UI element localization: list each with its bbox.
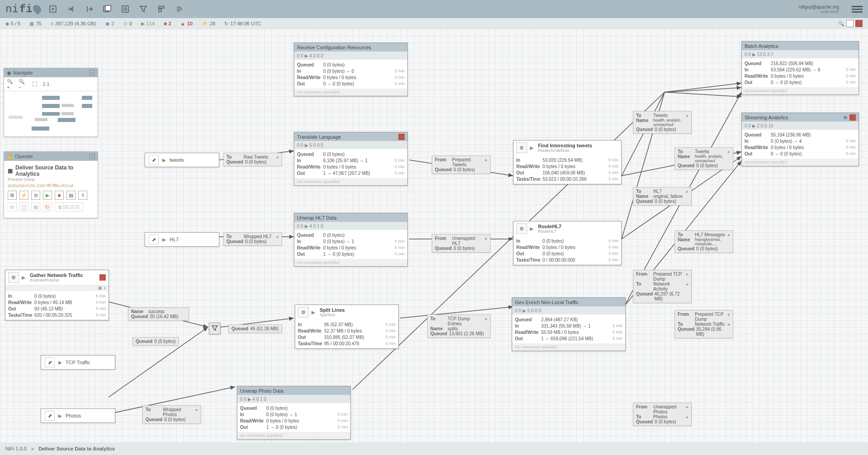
conn-tcp-dump[interactable]: ToTCP Dump Entries▸ Namesplits Queued13,… — [427, 314, 491, 338]
collapse-icon[interactable]: − — [90, 70, 95, 75]
pg-batch-analytics[interactable]: Batch Analytics 0 0 ▶ 13 0 3 7 Queued216… — [741, 41, 859, 95]
chevron-right-icon[interactable]: ▸ — [686, 414, 689, 419]
configure-button[interactable]: ⚙ — [8, 191, 17, 200]
add-processor-icon[interactable] — [48, 4, 58, 14]
upload-template-button[interactable]: ⇧ — [78, 191, 87, 200]
chevron-right-icon[interactable]: ▸ — [686, 272, 689, 281]
pg-geo-enrich[interactable]: Geo Enrich Non-Local Traffic 0 0 ▶ 5 0 0… — [512, 297, 626, 351]
start-button[interactable]: ▶ — [43, 191, 52, 200]
conn-wrapped-hl7[interactable]: ToWrapped HL7▸ Queued0 (0 bytes) — [223, 232, 282, 246]
pg-title: Translate Language — [297, 134, 341, 140]
logout-link[interactable]: LOG OUT — [799, 9, 839, 14]
pg-in: 0 (0 bytes) → 1 — [266, 412, 338, 417]
pg-title: Unwrap HL7 Data — [297, 215, 336, 220]
chevron-right-icon[interactable]: ▸ — [196, 407, 198, 417]
zoom-in-icon[interactable]: 🔍+ — [7, 80, 15, 88]
proc-out: 106,040 (459.08 MB) — [542, 170, 609, 175]
conn-prepared-tweets[interactable]: FromPrepared Tweets▸ Queued0 (0 bytes) — [432, 155, 491, 174]
conn-to-hl7-msg[interactable]: ToHL7 Messages▸ Namehypoglycemia, metabo… — [675, 230, 733, 253]
chevron-right-icon[interactable]: ▸ — [485, 157, 487, 167]
pg-unwrap-hl7[interactable]: Unwrap HL7 Data 0 0 ▶ 4 0 1 0 Queued0 (0… — [294, 213, 408, 267]
pg-translate-language[interactable]: Translate Language 0 0 ▶ 5 0 0 0 Queued0… — [294, 132, 408, 186]
stop-button[interactable]: ■ — [55, 191, 64, 200]
breadcrumb-current[interactable]: Deliver Source Data to Analytics — [38, 446, 115, 451]
proc-route-hl7[interactable]: ⚙ ▶ RouteHL7RouteHL7 In0 (0 bytes)5 min … — [513, 221, 622, 265]
conn-tcp-prep2[interactable]: FromPrepared TCP Dump▸ ToNetwork Traffic… — [675, 310, 733, 338]
bulletin-icon[interactable] — [849, 114, 856, 121]
search-icon[interactable]: 🔍 — [838, 21, 844, 27]
stopped-count: 2 — [169, 21, 171, 26]
disabled-count: 28 — [210, 21, 215, 26]
collapse-icon[interactable]: − — [90, 154, 95, 159]
input-port-hl7[interactable]: ⬈ ▶ HL7 — [145, 232, 219, 247]
pg-comments: No comments specified — [294, 259, 407, 266]
add-remote-group-icon[interactable] — [120, 4, 130, 14]
input-port-tweets[interactable]: ⬈ ▶ tweets — [145, 153, 219, 167]
chevron-right-icon[interactable]: ▸ — [728, 322, 730, 327]
bulletin-icon[interactable] — [99, 274, 106, 281]
enable-button[interactable]: ⚡ — [19, 191, 28, 200]
add-funnel-icon[interactable] — [138, 4, 148, 14]
input-port-icon: ⬈ — [149, 235, 159, 244]
chevron-right-icon[interactable]: ▸ — [686, 404, 689, 414]
chevron-right-icon[interactable]: ▸ — [728, 312, 730, 322]
funnel[interactable] — [209, 323, 221, 334]
conn-funnel-out[interactable]: Queued49 (51.26 MB) — [228, 324, 282, 333]
conn-funnel-out2[interactable]: Queued0 (0 bytes) — [132, 337, 179, 346]
proc-gather-network[interactable]: ⚙ ▶ Gather Network TrafficExecuteProcess… — [5, 270, 109, 320]
chevron-right-icon[interactable]: ▸ — [686, 189, 689, 194]
conn-to-tweets2[interactable]: ToTweets▸ Namehealth, analytic, unmatche… — [675, 147, 733, 170]
zoom-fit-icon[interactable]: ⛶ — [30, 80, 38, 88]
conn-success[interactable]: Namesuccess Queued20 (16.42 MB) — [128, 307, 189, 321]
pg-streaming-analytics[interactable]: Streaming Analytics◉ 0 0 ▶ 2 0 0 15 Queu… — [741, 113, 859, 166]
svg-point-4 — [124, 8, 127, 10]
proc-title: Gather Network Traffic — [30, 272, 97, 278]
birdseye-view[interactable] — [4, 91, 98, 136]
conn-unwrapped-hl7[interactable]: FromUnwrapped HL7▸ Queued0 (0 bytes) — [432, 234, 491, 253]
conn-raw-tweets[interactable]: ToRaw Tweets▸ Queued0 (0 bytes) — [223, 153, 282, 166]
chevron-right-icon[interactable]: ▸ — [686, 113, 689, 118]
add-label-icon[interactable] — [175, 4, 184, 14]
search-input[interactable] — [846, 20, 854, 27]
pg-receive-config[interactable]: Receive Configuration Resources 0 0 ▶ 4 … — [294, 42, 408, 96]
template-button[interactable]: ▤ — [66, 191, 75, 200]
zoom-out-icon[interactable]: 🔍− — [19, 80, 27, 88]
chevron-right-icon[interactable]: ▸ — [728, 232, 730, 237]
conn-to-hl7[interactable]: ToHL7▸ Nameoriginal, failure Queued0 (0 … — [633, 187, 692, 206]
bulletin-board-icon[interactable] — [855, 20, 863, 27]
conn-wrapped-photos[interactable]: ToWrapped Photos▸ Queued0 (0 bytes) — [142, 405, 201, 424]
chevron-right-icon[interactable]: ▸ — [728, 149, 730, 154]
conn-to-tweets[interactable]: ToTweets▸ Namehealth, analytic, unmatche… — [633, 111, 692, 134]
conn-tcp-prep[interactable]: FromPrepared TCP Dump▸ ToNetwork Activit… — [633, 270, 692, 303]
pg-rw: 0 bytes / 0 bytes — [323, 164, 395, 169]
chevron-right-icon[interactable]: ▸ — [485, 236, 487, 246]
global-menu-icon[interactable] — [852, 6, 863, 13]
conn-unwrap-photos[interactable]: FromUnwrapped Photos▸ ToPhotos▸ Queued0 … — [633, 403, 692, 426]
add-process-group-icon[interactable] — [102, 4, 112, 14]
proc-find-tweets[interactable]: ⚙ ▶ Find Interesting tweetsRouteOnAttrib… — [513, 140, 622, 184]
pg-status: 0 0 ▶ 5 0 0 0 — [515, 308, 541, 313]
chevron-right-icon[interactable]: ▸ — [485, 316, 487, 326]
chevron-right-icon[interactable]: ▸ — [686, 281, 689, 291]
proc-title: RouteHL7 — [538, 224, 618, 229]
processor-icon: ⚙ — [516, 223, 527, 234]
chevron-right-icon[interactable]: ▸ — [277, 155, 279, 159]
flow-canvas[interactable]: ◉Navigate− 🔍+ 🔍− ⛶ 1:1 ✋Ope — [0, 29, 868, 442]
pg-rw: 0 bytes / 0 bytes — [323, 75, 395, 80]
running-icon: ▶ — [530, 145, 533, 151]
zoom-actual-icon[interactable]: 1:1 — [42, 80, 50, 88]
input-port-photos[interactable]: ⬈ ▶ Photos — [41, 408, 115, 423]
disable-button[interactable]: ⊘ — [31, 191, 40, 200]
input-port-tcp[interactable]: ⬈ ▶ TCP Traffic — [41, 355, 115, 370]
pg-queued: 55,184 (236.96 MB) — [771, 132, 856, 137]
proc-split-lines[interactable]: ⚙ ▶ Split LinesSplitText In95 (52.37 MB)… — [295, 305, 399, 349]
add-template-icon[interactable] — [156, 4, 166, 14]
pg-unwrap-photo[interactable]: Unwrap Photo Data 0 0 ▶ 4 0 1 0 Queued0 … — [237, 386, 351, 440]
proc-rw: 0 bytes / 0 bytes — [542, 164, 609, 169]
chevron-right-icon[interactable]: ▸ — [277, 234, 279, 239]
add-input-port-icon[interactable] — [66, 4, 76, 14]
group-button: ▦ — [31, 202, 40, 211]
add-output-port-icon[interactable] — [84, 4, 94, 14]
bulletin-icon[interactable] — [398, 134, 405, 140]
copy-button: ⧉ — [8, 202, 17, 211]
